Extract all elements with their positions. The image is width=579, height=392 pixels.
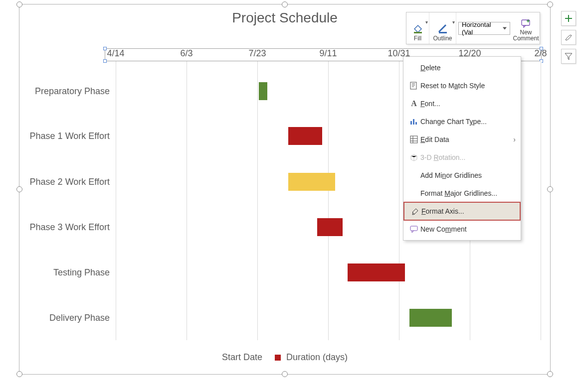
bar-preparatory[interactable] — [259, 82, 267, 100]
legend-item-start: Start Date — [222, 352, 262, 362]
y-category: Testing Phase — [0, 267, 110, 278]
outline-icon — [437, 23, 449, 35]
chart-filters-button[interactable] — [561, 49, 576, 64]
bar-phase3[interactable] — [317, 218, 343, 236]
x-tick: 6/3 — [180, 48, 193, 59]
svg-rect-8 — [415, 122, 417, 125]
axis-handle-tl[interactable] — [103, 47, 107, 50]
ctx-change-chart-type[interactable]: Change Chart Type... — [403, 113, 521, 131]
ctx-format-axis[interactable]: Format Axis... — [403, 202, 521, 221]
legend-swatch-duration — [275, 355, 281, 361]
x-tick: 4/14 — [107, 48, 124, 59]
comment-plus-icon — [520, 17, 532, 29]
svg-rect-9 — [410, 136, 417, 143]
y-category: Phase 1 Work Effort — [0, 131, 110, 141]
chevron-down-icon: ▾ — [452, 19, 455, 25]
bar-delivery[interactable] — [409, 309, 452, 327]
y-category: Delivery Phase — [0, 313, 110, 323]
gridline — [116, 61, 116, 340]
svg-rect-13 — [410, 226, 417, 231]
chevron-down-icon: ▾ — [425, 19, 428, 25]
svg-rect-6 — [410, 121, 412, 125]
selector-value: Horizontal (Val — [462, 21, 501, 36]
gridline — [328, 61, 329, 340]
chart-styles-button[interactable] — [561, 30, 576, 45]
resize-handle-br[interactable] — [547, 371, 553, 377]
x-tick: 9/11 — [319, 48, 337, 59]
axis-handle-bl[interactable] — [103, 59, 107, 63]
gridline — [257, 61, 258, 340]
new-comment-label: NewComment — [513, 29, 539, 42]
resize-handle-bm[interactable] — [282, 371, 288, 377]
ctx-add-minor-gridlines[interactable]: Add Minor Gridlines — [403, 166, 521, 184]
resize-handle-mr[interactable] — [547, 186, 553, 192]
fill-label: Fill — [414, 35, 421, 42]
ctx-delete[interactable]: Delete — [403, 59, 521, 77]
mini-toolbar: ▾ Fill ▾ Outline Horizontal (Val NewComm… — [406, 12, 540, 44]
chart-elements-button[interactable] — [561, 11, 576, 26]
ctx-new-comment[interactable]: New Comment — [403, 220, 521, 238]
x-tick: 7/23 — [248, 48, 266, 59]
ctx-3d-rotation: 3-D Rotation... — [403, 148, 521, 166]
bar-phase1[interactable] — [288, 127, 322, 145]
resize-handle-tr[interactable] — [547, 1, 553, 7]
svg-rect-0 — [414, 32, 422, 33]
outline-label: Outline — [433, 35, 452, 42]
y-category: Preparatory Phase — [0, 86, 110, 97]
funnel-icon — [564, 52, 573, 61]
resize-handle-tm[interactable] — [282, 1, 288, 7]
ctx-format-major-gridlines[interactable]: Format Major Gridlines... — [403, 184, 521, 202]
chart-element-selector[interactable]: Horizontal (Val — [458, 22, 510, 35]
reset-icon — [407, 81, 420, 90]
gridline — [187, 61, 187, 340]
cube-icon — [407, 153, 420, 162]
resize-handle-ml[interactable] — [16, 186, 22, 192]
font-icon: A — [407, 99, 420, 108]
chart-side-buttons — [561, 11, 576, 64]
gridline — [399, 61, 399, 340]
chevron-right-icon: › — [513, 135, 516, 143]
legend-item-duration: Duration (days) — [286, 352, 348, 362]
fill-icon — [412, 23, 424, 35]
chart-element-selector-wrap: Horizontal (Val — [456, 12, 512, 44]
comment-icon — [407, 225, 420, 234]
chart-legend[interactable]: Start Date Duration (days) — [19, 352, 551, 363]
svg-rect-7 — [413, 119, 414, 125]
gridline — [541, 61, 541, 340]
resize-handle-tl[interactable] — [16, 1, 22, 7]
fill-button[interactable]: ▾ Fill — [406, 12, 429, 44]
ctx-reset-match-style[interactable]: Reset to Match Style — [403, 77, 521, 95]
edit-data-icon — [407, 135, 420, 144]
svg-rect-1 — [439, 32, 447, 33]
outline-button[interactable]: ▾ Outline — [429, 12, 456, 44]
x-tick: 2/8 — [534, 48, 547, 59]
bar-phase2[interactable] — [288, 173, 335, 191]
context-menu: Delete Reset to Match Style A Font... Ch… — [403, 56, 521, 241]
resize-handle-bl[interactable] — [16, 371, 22, 377]
ctx-edit-data[interactable]: Edit Data › — [403, 131, 521, 148]
ctx-font[interactable]: A Font... — [403, 95, 521, 113]
brush-icon — [564, 33, 573, 42]
chart-icon — [407, 117, 420, 126]
new-comment-button[interactable]: NewComment — [512, 12, 540, 44]
y-category: Phase 2 Work Effort — [0, 177, 110, 187]
y-category: Phase 3 Work Effort — [0, 222, 110, 233]
bar-testing[interactable] — [348, 263, 405, 281]
plus-icon — [564, 14, 573, 23]
svg-rect-5 — [410, 82, 416, 89]
format-axis-icon — [408, 207, 421, 216]
